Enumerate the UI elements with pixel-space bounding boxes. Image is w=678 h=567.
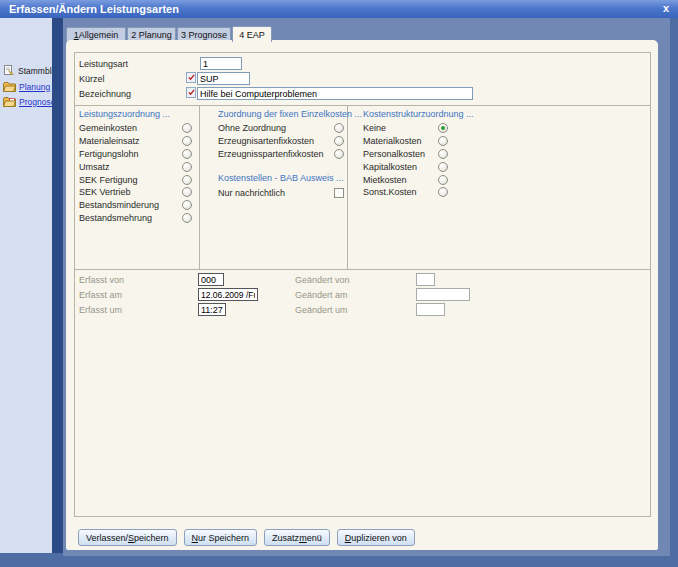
radio-umsatz[interactable] <box>182 162 192 172</box>
main-area: 1 Allgemein 2 Planung 3 Prognose 4 EAP L… <box>63 18 670 556</box>
group-title: Zuordnung der fixen Einzelkosten ... <box>218 109 344 122</box>
kuerzel-label: Kürzel <box>79 74 105 84</box>
group-title: Kostenstrukturzuordnung ... <box>363 109 523 122</box>
geaendert-um-input[interactable] <box>416 303 445 316</box>
option-label: Ohne Zuordnung <box>218 123 334 133</box>
geaendert-am-label: Geändert am <box>295 290 348 300</box>
radio-option-sek-vertrieb: SEK Vertrieb <box>79 186 192 199</box>
radio-sek-fertigung[interactable] <box>182 175 192 185</box>
radio-materialkosten[interactable] <box>438 136 448 146</box>
radio-bestandsmehrung[interactable] <box>182 213 192 223</box>
radio-erzeugnisartenfixkosten[interactable] <box>334 136 344 146</box>
option-label: Bestandsmehrung <box>79 213 182 223</box>
erfasst-am-input[interactable] <box>198 288 258 301</box>
option-label: Materialeinsatz <box>79 136 182 146</box>
radio-option-sek-fertigung: SEK Fertigung <box>79 173 192 186</box>
sidebar-item-label: Planung <box>19 82 50 92</box>
geaendert-am-input[interactable] <box>416 288 470 301</box>
tab-label: 4 EAP <box>239 30 265 40</box>
sidebar-item-prognose[interactable]: Prognose <box>3 95 55 108</box>
radio-option-materialeinsatz: Materialeinsatz <box>79 135 192 148</box>
checkbox-nur-nachrichtlich[interactable] <box>334 188 344 198</box>
radio-sek-vertrieb[interactable] <box>182 187 192 197</box>
nur-speichern-button[interactable]: Nur Speichern <box>184 529 258 546</box>
divider-vertical <box>347 105 348 269</box>
divider-horizontal <box>75 105 650 106</box>
option-label: Fertigungslohn <box>79 149 182 159</box>
radio-sonst-kosten[interactable] <box>438 187 448 197</box>
geaendert-von-input[interactable] <box>416 273 435 286</box>
radio-option-personalkosten: Personalkosten <box>363 148 523 161</box>
button-label: ur Speichern <box>198 533 249 543</box>
zusatzmenue-button[interactable]: Zusatzmenü <box>264 529 330 546</box>
erfasst-um-input[interactable] <box>198 303 226 316</box>
divider-horizontal <box>75 269 650 270</box>
radio-option-kapitalkosten: Kapitalkosten <box>363 160 523 173</box>
leistungsart-label: Leistungsart <box>79 59 128 69</box>
radio-option-ohne-zuordnung: Ohne Zuordnung <box>218 122 344 135</box>
sidebar-item-planung[interactable]: Planung <box>3 80 50 93</box>
sidebar-divider <box>52 18 63 553</box>
radio-keine[interactable] <box>438 123 448 133</box>
button-label: Verlassen/ <box>86 533 128 543</box>
duplizieren-von-button[interactable]: Duplizieren von <box>337 529 415 546</box>
divider-vertical <box>199 105 200 269</box>
verlassen-speichern-button[interactable]: Verlassen/Speichern <box>78 529 177 546</box>
erfasst-von-input[interactable] <box>198 273 224 286</box>
checkbox-option-nur-nachrichtlich: Nur nachrichtlich <box>218 186 344 199</box>
option-label: Sonst.Kosten <box>363 187 438 197</box>
option-label: Keine <box>363 123 438 133</box>
option-label: SEK Fertigung <box>79 175 182 185</box>
button-label: peichern <box>134 533 169 543</box>
erfasst-am-label: Erfasst am <box>79 290 122 300</box>
leistungsart-input[interactable] <box>200 57 242 70</box>
sidebar-item-label: Prognose <box>19 97 55 107</box>
erfasst-von-label: Erfasst von <box>79 275 124 285</box>
radio-option-fertigungslohn: Fertigungslohn <box>79 148 192 161</box>
button-row: Verlassen/Speichern Nur Speichern Zusatz… <box>78 529 415 546</box>
required-check-icon <box>186 87 196 98</box>
tab-label: 2 Planung <box>131 30 172 40</box>
form-groupbox: Leistungsart Kürzel Bezeichnung Leistung… <box>74 52 651 517</box>
close-icon[interactable]: x <box>663 2 669 15</box>
bezeichnung-input[interactable] <box>197 87 473 100</box>
radio-option-bestandsmehrung: Bestandsmehrung <box>79 212 192 225</box>
erfasst-um-label: Erfasst um <box>79 305 122 315</box>
group-leistungszuordnung: Leistungszuordnung ... Gemeinkosten Mate… <box>79 109 192 224</box>
option-label: Nur nachrichtlich <box>218 188 334 198</box>
radio-erzeugnisspartenfixkosten[interactable] <box>334 149 344 159</box>
option-label: Personalkosten <box>363 149 438 159</box>
titlebar: Erfassen/Ändern Leistungsarten x <box>0 0 678 18</box>
option-label: Materialkosten <box>363 136 438 146</box>
option-label: Gemeinkosten <box>79 123 182 133</box>
tab-page-eap: Leistungsart Kürzel Bezeichnung Leistung… <box>66 40 658 550</box>
radio-fertigungslohn[interactable] <box>182 149 192 159</box>
radio-option-materialkosten: Materialkosten <box>363 135 523 148</box>
kuerzel-input[interactable] <box>197 72 250 85</box>
option-label: Bestandsminderung <box>79 200 182 210</box>
option-label: Mietkosten <box>363 175 438 185</box>
radio-materialeinsatz[interactable] <box>182 136 192 146</box>
radio-mietkosten[interactable] <box>438 175 448 185</box>
radio-option-bestandsminderung: Bestandsminderung <box>79 199 192 212</box>
tab-label: 3 Prognose <box>181 30 227 40</box>
radio-kapitalkosten[interactable] <box>438 162 448 172</box>
radio-option-keine: Keine <box>363 122 523 135</box>
button-label: enü <box>307 533 322 543</box>
radio-gemeinkosten[interactable] <box>182 123 192 133</box>
group-title-bab: Kostenstellen - BAB Ausweis ... <box>218 173 344 186</box>
required-check-icon <box>186 72 196 83</box>
tab-label: Allgemein <box>79 30 119 40</box>
radio-ohne-zuordnung[interactable] <box>334 123 344 133</box>
geaendert-von-label: Geändert von <box>295 275 350 285</box>
window-title: Erfassen/Ändern Leistungsarten <box>9 3 179 15</box>
bezeichnung-label: Bezeichnung <box>79 89 131 99</box>
group-kostenstruktur: Kostenstrukturzuordnung ... Keine Materi… <box>363 109 523 199</box>
radio-option-erzeugnisartenfixkosten: Erzeugnisartenfixkosten <box>218 135 344 148</box>
radio-option-gemeinkosten: Gemeinkosten <box>79 122 192 135</box>
folder-mail-icon <box>3 93 16 111</box>
radio-bestandsminderung[interactable] <box>182 200 192 210</box>
tab-eap[interactable]: 4 EAP <box>232 26 272 42</box>
radio-personalkosten[interactable] <box>438 149 448 159</box>
option-label: Kapitalkosten <box>363 162 438 172</box>
